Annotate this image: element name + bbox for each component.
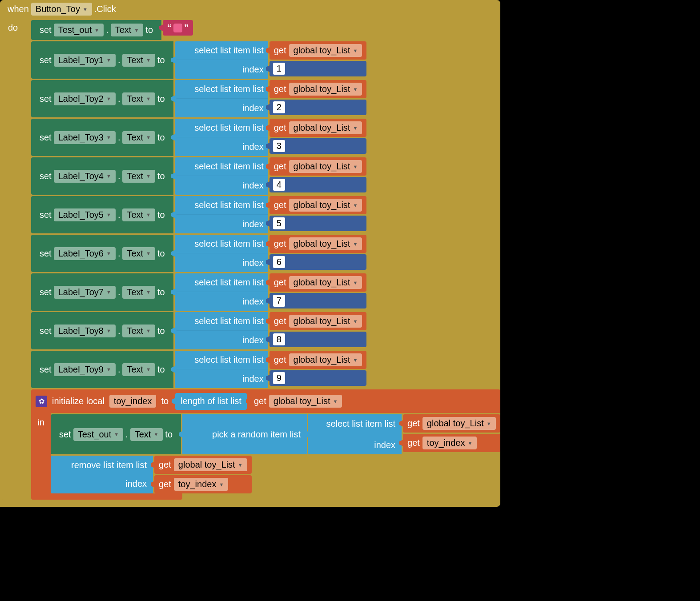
variable-dropdown[interactable]: global toy_List▼ xyxy=(289,237,362,250)
number-field[interactable]: 2 xyxy=(273,101,285,113)
property-dropdown[interactable]: Text▼ xyxy=(122,92,155,105)
property-dropdown[interactable]: Text▼ xyxy=(122,325,155,337)
set-row[interactable]: set Label_Toy9▼ . Text▼ to select list i… xyxy=(31,351,500,388)
component-dropdown[interactable]: Test_out▼ xyxy=(54,24,104,36)
variable-dropdown[interactable]: global toy_List▼ xyxy=(289,315,362,328)
get-variable-block[interactable]: get global toy_List▼ xyxy=(270,235,367,253)
number-field[interactable]: 3 xyxy=(273,140,285,152)
number-block[interactable]: 9 xyxy=(270,370,367,386)
variable-dropdown[interactable]: global toy_List▼ xyxy=(289,160,362,173)
property-dropdown[interactable]: Text▼ xyxy=(122,247,155,260)
pick-random-item-block[interactable]: pick a random item list xyxy=(182,414,307,454)
number-field[interactable]: 4 xyxy=(273,179,285,191)
component-dropdown[interactable]: Label_Toy2▼ xyxy=(54,92,116,105)
get-variable-block[interactable]: get global toy_List▼ xyxy=(270,273,367,292)
component-dropdown[interactable]: Label_Toy6▼ xyxy=(54,247,116,260)
component-dropdown[interactable]: Label_Toy8▼ xyxy=(54,325,116,337)
initialize-local-block[interactable]: ✿ initialize local toy_index to length o… xyxy=(31,389,500,500)
number-field[interactable]: 9 xyxy=(273,372,285,384)
property-dropdown[interactable]: Text▼ xyxy=(122,363,155,376)
set-row[interactable]: set Label_Toy1▼ . Text▼ to select list i… xyxy=(31,41,500,79)
number-block[interactable]: 4 xyxy=(270,177,367,192)
component-dropdown[interactable]: Label_Toy7▼ xyxy=(54,286,116,299)
variable-dropdown[interactable]: global toy_List▼ xyxy=(289,44,362,57)
number-block[interactable]: 7 xyxy=(270,293,367,309)
component-dropdown[interactable]: Label_Toy3▼ xyxy=(54,131,116,144)
set-row[interactable]: set Label_Toy6▼ . Text▼ to select list i… xyxy=(31,235,500,272)
gear-icon[interactable]: ✿ xyxy=(36,396,47,407)
property-dropdown[interactable]: Text▼ xyxy=(122,208,155,221)
text-literal-block[interactable]: “ ” xyxy=(163,20,193,36)
select-list-item-block[interactable]: select list item list index xyxy=(175,235,268,272)
number-field[interactable]: 7 xyxy=(273,295,285,307)
when-event-block[interactable]: when Button_Toy▼ .Click do set Test_out▼… xyxy=(0,0,500,507)
local-var-name[interactable]: toy_index xyxy=(109,395,157,408)
number-block[interactable]: 8 xyxy=(270,332,367,347)
property-dropdown[interactable]: Text▼ xyxy=(122,286,155,299)
set-row[interactable]: set Label_Toy2▼ . Text▼ to select list i… xyxy=(31,80,500,117)
property-dropdown[interactable]: Text▼ xyxy=(122,131,155,144)
get-variable-block[interactable]: get toy_index ▼ xyxy=(154,475,252,493)
variable-dropdown[interactable]: global toy_List▼ xyxy=(289,276,362,289)
number-field[interactable]: 6 xyxy=(273,256,285,268)
number-block[interactable]: 5 xyxy=(270,216,367,231)
number-block[interactable]: 1 xyxy=(270,61,367,76)
get-variable-block[interactable]: get global toy_List▼ xyxy=(270,41,367,60)
variable-dropdown[interactable]: global toy_List▼ xyxy=(289,121,362,134)
component-dropdown[interactable]: Label_Toy5▼ xyxy=(54,208,116,221)
variable-dropdown[interactable]: global toy_List ▼ xyxy=(422,417,496,430)
text-field[interactable] xyxy=(173,24,182,32)
variable-dropdown[interactable]: global toy_List ▼ xyxy=(269,395,342,408)
set-row[interactable]: set Label_Toy8▼ . Text▼ to select list i… xyxy=(31,312,500,349)
set-row[interactable]: set Test_out▼ . Text▼ to “ ” xyxy=(31,20,500,40)
select-list-item-block[interactable]: select list item list index xyxy=(175,351,268,388)
component-dropdown[interactable]: Label_Toy4▼ xyxy=(54,170,116,183)
set-row[interactable]: set Label_Toy3▼ . Text▼ to select list i… xyxy=(31,119,500,156)
select-list-item-block[interactable]: select list item list index xyxy=(175,196,268,233)
set-row[interactable]: set Label_Toy7▼ . Text▼ to select list i… xyxy=(31,273,500,311)
number-block[interactable]: 6 xyxy=(270,254,367,270)
get-variable-block[interactable]: get global toy_List▼ xyxy=(270,351,367,369)
select-list-item-block[interactable]: select list item list index xyxy=(175,273,268,311)
select-list-item-block[interactable]: select list item list index xyxy=(175,312,268,349)
get-variable-block[interactable]: get global toy_List▼ xyxy=(270,119,367,137)
get-variable-block[interactable]: get global toy_List▼ xyxy=(270,80,367,98)
variable-dropdown[interactable]: toy_index ▼ xyxy=(422,437,477,449)
component-dropdown[interactable]: Label_Toy1▼ xyxy=(54,54,116,67)
select-list-item-block[interactable]: select list item list index xyxy=(175,41,268,79)
select-list-item-block[interactable]: select list item list index xyxy=(175,157,268,195)
variable-dropdown[interactable]: toy_index ▼ xyxy=(174,478,229,491)
get-variable-block[interactable]: get toy_index ▼ xyxy=(403,434,500,452)
select-list-item-block[interactable]: select list item list index xyxy=(175,80,268,117)
select-list-item-block[interactable]: select list item list index xyxy=(308,414,402,454)
get-variable-block[interactable]: get global toy_List▼ xyxy=(270,157,367,176)
set-row[interactable]: set Label_Toy5▼ . Text▼ to select list i… xyxy=(31,196,500,233)
get-variable-block[interactable]: get global toy_List ▼ xyxy=(154,456,252,474)
when-component-dropdown[interactable]: Button_Toy▼ xyxy=(31,3,92,16)
set-row[interactable]: set Test_out ▼ . Text ▼ to pick a random… xyxy=(51,414,500,454)
component-dropdown[interactable]: Test_out ▼ xyxy=(73,428,124,441)
number-block[interactable]: 2 xyxy=(270,100,367,115)
property-dropdown[interactable]: Text ▼ xyxy=(130,428,163,441)
get-variable-block[interactable]: get global toy_List ▼ xyxy=(403,414,500,433)
number-field[interactable]: 5 xyxy=(273,217,285,229)
number-block[interactable]: 3 xyxy=(270,138,367,154)
set-row[interactable]: set Label_Toy4▼ . Text▼ to select list i… xyxy=(31,157,500,195)
number-field[interactable]: 8 xyxy=(273,333,285,345)
select-list-item-block[interactable]: select list item list index xyxy=(175,119,268,156)
property-dropdown[interactable]: Text▼ xyxy=(122,170,155,183)
component-dropdown[interactable]: Label_Toy9▼ xyxy=(54,363,116,376)
get-variable-block[interactable]: get global toy_List▼ xyxy=(270,196,367,214)
variable-dropdown[interactable]: global toy_List▼ xyxy=(289,199,362,212)
remove-list-item-row[interactable]: remove list item list index get global t… xyxy=(51,456,500,493)
variable-dropdown[interactable]: global toy_List ▼ xyxy=(174,458,247,471)
property-dropdown[interactable]: Text▼ xyxy=(122,54,155,67)
variable-dropdown[interactable]: global toy_List▼ xyxy=(289,353,362,366)
property-dropdown[interactable]: Text▼ xyxy=(111,24,144,36)
remove-list-item-block[interactable]: remove list item list index xyxy=(51,456,153,493)
length-of-list-block[interactable]: length of list list xyxy=(175,393,247,410)
variable-dropdown[interactable]: global toy_List▼ xyxy=(289,83,362,96)
get-variable-block[interactable]: get global toy_List▼ xyxy=(270,312,367,330)
number-field[interactable]: 1 xyxy=(273,63,285,75)
get-variable-block[interactable]: get global toy_List ▼ xyxy=(249,392,347,410)
